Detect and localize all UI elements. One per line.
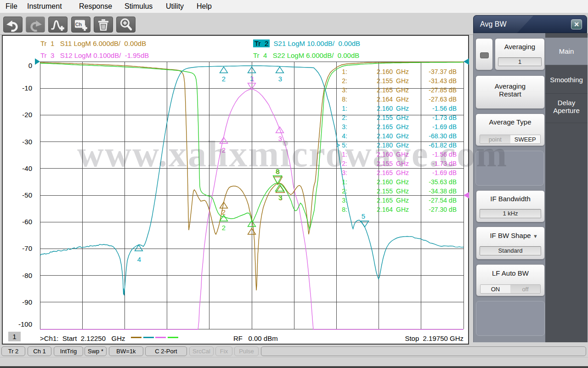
svg-text:Ch: Ch xyxy=(75,22,82,27)
